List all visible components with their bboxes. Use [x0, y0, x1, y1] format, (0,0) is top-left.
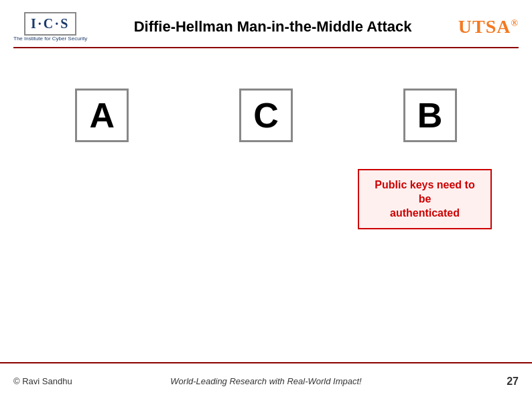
note-line1: Public keys need to be	[375, 179, 474, 205]
entities-row: A C B	[20, 89, 512, 142]
utsa-logo: UTSA®	[458, 16, 519, 38]
note-box: Public keys need to be authenticated	[358, 169, 492, 229]
footer-tagline: World-Leading Research with Real-World I…	[170, 376, 361, 386]
ics-logo: I·C·S The Institute for Cyber Security	[13, 12, 87, 42]
header: I·C·S The Institute for Cyber Security D…	[0, 0, 532, 47]
main-content: A C B Public keys need to be authenticat…	[0, 48, 532, 362]
footer-page-number: 27	[507, 376, 519, 388]
ics-logo-box: I·C·S	[24, 12, 76, 36]
entity-c-label: C	[253, 95, 279, 135]
page-title: Diffie-Hellman Man-in-the-Middle Attack	[87, 18, 458, 36]
footer-copyright: © Ravi Sandhu	[13, 376, 72, 386]
entity-b-box: B	[403, 89, 457, 142]
ics-logo-text: I·C·S	[31, 16, 70, 32]
entity-a-label: A	[90, 95, 115, 135]
utsa-registered: ®	[511, 18, 519, 28]
ics-logo-subtitle: The Institute for Cyber Security	[13, 36, 87, 42]
entity-b-label: B	[417, 95, 443, 135]
footer: © Ravi Sandhu World-Leading Research wit…	[0, 362, 532, 399]
entity-a-box: A	[75, 89, 129, 142]
note-container: Public keys need to be authenticated	[20, 169, 512, 229]
note-text: Public keys need to be authenticated	[371, 178, 478, 220]
note-line2: authenticated	[390, 207, 460, 219]
utsa-logo-text: UTSA	[458, 16, 511, 37]
entity-c-box: C	[239, 89, 293, 142]
